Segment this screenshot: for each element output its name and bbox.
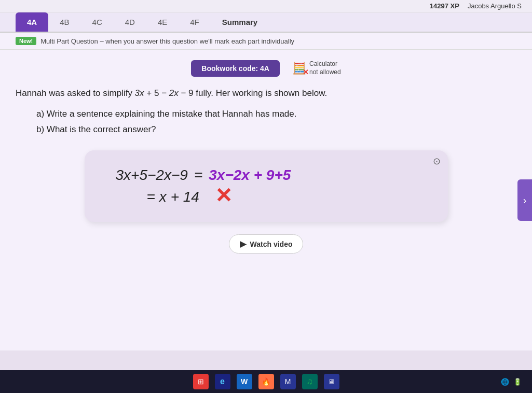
- eq-result: x + 14: [159, 189, 199, 205]
- tab-4F[interactable]: 4F: [179, 12, 211, 32]
- taskbar-icon-app2[interactable]: M: [280, 374, 296, 389]
- taskbar-icon-explorer[interactable]: 🖥: [324, 374, 339, 389]
- question-part-a: a) Write a sentence explaining the mista…: [36, 106, 516, 122]
- word-icon: W: [241, 377, 248, 386]
- equation-line-2-row: = x + 14 ✕: [116, 189, 417, 207]
- calculator-x-overlay: ✕: [303, 68, 309, 76]
- taskbar: ⊞ e W 🔥 M ♫ 🖥 🌐 🔋: [0, 370, 532, 393]
- bookwork-row: Bookwork code: 4A 🧮 ✕ Calculator not all…: [16, 60, 516, 77]
- tab-4D[interactable]: 4D: [114, 12, 146, 32]
- eq-rhs-purple: 3x−2x + 9+5: [209, 167, 291, 184]
- expand-icon[interactable]: ⊙: [433, 156, 441, 167]
- working-card: ⊙ 3x+5−2x−9 = 3x−2x + 9+5 = x + 14 ✕: [85, 150, 448, 222]
- eq-equals-2: =: [147, 189, 155, 205]
- info-banner: New! Multi Part Question – when you answ…: [0, 33, 532, 50]
- tab-4C[interactable]: 4C: [81, 12, 114, 32]
- top-bar: 14297 XP Jacobs Arguello S: [0, 0, 532, 12]
- app2-icon: M: [285, 377, 291, 386]
- question-intro-text: Hannah was asked to simplify 3x + 5 − 2x…: [16, 88, 327, 98]
- wrong-x-mark: ✕: [215, 184, 233, 207]
- tab-summary[interactable]: Summary: [211, 12, 269, 32]
- tab-4E[interactable]: 4E: [146, 12, 179, 32]
- taskbar-icon-edge[interactable]: e: [215, 374, 230, 389]
- question-part-b: b) What is the correct answer?: [36, 122, 516, 138]
- equation-line-1: 3x+5−2x−9 = 3x−2x + 9+5: [116, 167, 417, 184]
- new-badge: New!: [16, 37, 36, 45]
- main-content: Bookwork code: 4A 🧮 ✕ Calculator not all…: [0, 50, 532, 350]
- explorer-icon: 🖥: [328, 377, 335, 386]
- edge-icon: e: [220, 377, 225, 386]
- next-page-button[interactable]: ›: [517, 179, 532, 221]
- taskbar-network-icon: 🌐: [501, 378, 509, 386]
- app1-icon: 🔥: [262, 377, 270, 386]
- xp-display: 14297 XP: [430, 2, 459, 10]
- eq-lhs: 3x+5−2x−9: [116, 167, 188, 184]
- tab-4A[interactable]: 4A: [16, 12, 48, 32]
- taskbar-icon-word[interactable]: W: [237, 374, 252, 389]
- calculator-icon: 🧮 ✕: [292, 62, 306, 75]
- watch-video-row: ▶ Watch video: [16, 234, 516, 254]
- bookwork-code-button[interactable]: Bookwork code: 4A: [191, 60, 280, 77]
- username-display: Jacobs Arguello S: [468, 2, 522, 10]
- part-b-text: b) What is the correct answer?: [36, 124, 156, 134]
- equation-line-2: = x + 14: [147, 189, 199, 205]
- watch-video-label: Watch video: [250, 240, 293, 248]
- tab-4B[interactable]: 4B: [48, 12, 80, 32]
- question-intro: Hannah was asked to simplify 3x + 5 − 2x…: [16, 86, 516, 101]
- taskbar-icon-files[interactable]: ⊞: [193, 374, 209, 389]
- taskbar-battery-icon: 🔋: [513, 378, 522, 386]
- calculator-info: 🧮 ✕ Calculator not allowed: [292, 60, 341, 76]
- video-play-icon: ▶: [240, 239, 246, 249]
- spotify-icon: ♫: [307, 377, 313, 386]
- calculator-label: Calculator: [309, 60, 341, 68]
- files-icon: ⊞: [198, 377, 204, 386]
- eq-equals-1: =: [194, 167, 202, 184]
- taskbar-icon-spotify[interactable]: ♫: [302, 374, 318, 389]
- part-a-text: a) Write a sentence explaining the mista…: [36, 109, 296, 119]
- taskbar-icon-app1[interactable]: 🔥: [258, 374, 274, 389]
- chevron-right-icon: ›: [523, 194, 527, 206]
- taskbar-right: 🌐 🔋: [501, 378, 522, 386]
- not-allowed-label: not allowed: [309, 68, 341, 77]
- banner-text: Multi Part Question – when you answer th…: [40, 37, 294, 45]
- watch-video-button[interactable]: ▶ Watch video: [229, 234, 304, 254]
- tab-navigation: 4A 4B 4C 4D 4E 4F Summary: [0, 12, 532, 33]
